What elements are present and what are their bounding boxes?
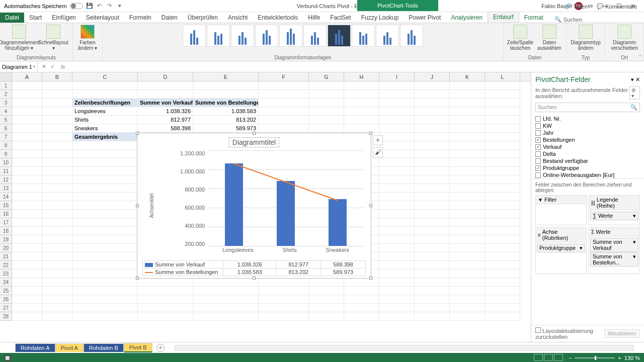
- search-icon: 🔍: [630, 104, 637, 111]
- field-checkbox[interactable]: Bestand verfügbar: [535, 157, 640, 164]
- tab-factset[interactable]: FactSet: [325, 13, 356, 23]
- pane-title: PivotChart-Felder: [535, 75, 591, 83]
- tab-hilfe[interactable]: Hilfe: [303, 13, 325, 23]
- pane-options-icon[interactable]: ▾: [631, 76, 634, 82]
- tab-entwicklertools[interactable]: Entwicklertools: [253, 13, 303, 23]
- pane-close-icon[interactable]: ✕: [635, 76, 640, 82]
- tab-daten[interactable]: Daten: [156, 13, 183, 23]
- redo-icon[interactable]: ↷: [106, 3, 113, 10]
- document-title: Verbund-Charts Pivot - Excel: [123, 3, 542, 9]
- y-axis-labels: 1.200.0001.000.000800.000600.000400.0002…: [179, 150, 205, 247]
- share-button[interactable]: 🔗 Teilen: [562, 2, 590, 11]
- tab-analysieren[interactable]: Analysieren: [446, 13, 488, 23]
- sheet-tab-active[interactable]: Pivot B: [124, 343, 152, 352]
- change-colors-button[interactable]: Farben ändern ▾: [77, 25, 98, 51]
- chart-title[interactable]: Diagrammtitel: [229, 137, 279, 147]
- field-checkbox[interactable]: Produktgruppe: [535, 164, 640, 171]
- worksheet[interactable]: A B C D E F G H I J K L 123Zeilenbeschri…: [0, 72, 531, 342]
- axis-area[interactable]: ≡ Achse (Rubriken) Produktgruppe▾: [535, 227, 587, 274]
- sheet-tab[interactable]: Pivot A: [55, 343, 84, 352]
- formula-bar-row: Diagramm 1▾ ✕✓ fx: [0, 61, 644, 72]
- autosave-label: Automatisches Speichern: [4, 3, 67, 9]
- tell-me-search[interactable]: 🔍 Suchen: [554, 16, 582, 23]
- view-switcher[interactable]: [533, 354, 564, 362]
- horizontal-scrollbar[interactable]: [175, 345, 634, 351]
- save-icon[interactable]: 💾: [86, 3, 93, 10]
- axis-chip: Produktgruppe▾: [537, 244, 585, 252]
- line-series: [208, 150, 364, 249]
- tab-entwurf[interactable]: Entwurf: [488, 12, 519, 23]
- collapse-ribbon-icon[interactable]: ⌃: [638, 54, 642, 60]
- update-button[interactable]: Aktualisieren: [604, 329, 640, 338]
- title-bar: Automatisches Speichern 💾 ↶ ↷ ▾ Verbund-…: [0, 0, 644, 12]
- ribbon-tabs: Datei Start Einfügen Seitenlayout Formel…: [0, 12, 644, 23]
- pivotchart-fields-pane: PivotChart-Felder ▾ ✕ In den Bericht auf…: [531, 72, 644, 342]
- tab-format[interactable]: Format: [519, 13, 548, 23]
- tab-fuzzy[interactable]: Fuzzy Lookup: [356, 13, 404, 23]
- name-box[interactable]: Diagramm 1▾: [0, 61, 38, 72]
- legend-chip: ∑ Werte▾: [590, 212, 638, 220]
- values-area[interactable]: Σ Werte Summe von Verkauf▾Summe von Best…: [589, 227, 640, 274]
- autosave-toggle[interactable]: [70, 3, 83, 9]
- field-checkbox[interactable]: Online-Werbeausgaben [Eur]: [535, 171, 640, 178]
- select-all-corner[interactable]: [0, 72, 12, 81]
- sheet-tab[interactable]: Rohdaten A: [15, 343, 55, 352]
- chart-elements-button[interactable]: +: [373, 135, 383, 145]
- field-checkbox[interactable]: Delta: [535, 150, 640, 157]
- pivot-chart[interactable]: Diagrammtitel Achsentitel 1.200.0001.000…: [137, 133, 371, 279]
- tab-datei[interactable]: Datei: [0, 13, 24, 23]
- undo-icon[interactable]: ↶: [96, 3, 103, 10]
- filter-area[interactable]: ▼ Filter: [535, 195, 587, 225]
- qat-more-icon[interactable]: ▾: [116, 3, 123, 10]
- defer-layout-checkbox[interactable]: Layoutaktualisierung zurückstellen: [535, 327, 604, 340]
- quick-layout-button[interactable]: Schnelllayout ▾: [38, 25, 68, 51]
- field-checkbox[interactable]: Verkauf: [535, 143, 640, 150]
- plot-area[interactable]: [208, 150, 364, 246]
- tab-ueberpruefen[interactable]: Überprüfen: [183, 13, 223, 23]
- select-data-button[interactable]: Daten auswählen: [537, 25, 562, 51]
- move-chart-button[interactable]: Diagramm verschieben: [609, 25, 639, 51]
- comments-button[interactable]: 💬 Kommentare: [595, 2, 639, 11]
- column-headers: A B C D E F G H I J K L: [0, 72, 531, 81]
- x-axis-labels: LongsleevesShirtsSneakers: [208, 247, 364, 253]
- contextual-tab-label: PivotChart-Tools: [357, 0, 438, 11]
- legend-area[interactable]: ||| Legende (Reihe) ∑ Werte▾: [589, 195, 640, 225]
- sheet-tab-bar: Rohdaten A Pivot A Rohdaten B Pivot B +: [0, 342, 644, 353]
- enter-formula-icon[interactable]: ✓: [50, 63, 55, 70]
- new-sheet-button[interactable]: +: [156, 344, 165, 352]
- gear-icon[interactable]: ⚙ ▾: [629, 86, 640, 100]
- field-checkbox[interactable]: KW: [535, 122, 640, 129]
- zoom-control[interactable]: − + 130 %: [569, 355, 640, 361]
- add-chart-element-button[interactable]: Diagrammelement hinzufügen ▾: [4, 25, 34, 51]
- data-table-legend: Summe von Verkauf1.038.326812.977588.398…: [142, 260, 366, 276]
- tab-einfuegen[interactable]: Einfügen: [47, 13, 80, 23]
- field-checkbox[interactable]: Lfd. Nr.: [535, 115, 640, 122]
- cancel-formula-icon[interactable]: ✕: [42, 63, 46, 70]
- field-checkbox[interactable]: Bestellungen: [535, 136, 640, 143]
- chart-styles-button[interactable]: 🖌: [373, 147, 383, 157]
- tab-start[interactable]: Start: [24, 13, 47, 23]
- tab-formeln[interactable]: Formeln: [124, 13, 156, 23]
- field-checkbox[interactable]: Jahr: [535, 129, 640, 136]
- status-ready: 🔲: [4, 355, 11, 361]
- field-search-input[interactable]: Suchen🔍: [535, 103, 640, 112]
- chart-styles-gallery[interactable]: [183, 25, 423, 47]
- tab-ansicht[interactable]: Ansicht: [223, 13, 253, 23]
- ribbon: Diagrammelement hinzufügen ▾ Schnelllayo…: [0, 23, 644, 61]
- tab-seitenlayout[interactable]: Seitenlayout: [81, 13, 124, 23]
- switch-row-col-button[interactable]: Zeile/Spalte tauschen: [508, 25, 533, 51]
- y-axis-title[interactable]: Achsentitel: [149, 194, 154, 218]
- tab-powerpivot[interactable]: Power Pivot: [404, 13, 446, 23]
- change-chart-type-button[interactable]: Diagrammtyp ändern: [571, 25, 601, 51]
- fx-icon[interactable]: fx: [59, 64, 65, 70]
- sheet-tab[interactable]: Rohdaten B: [84, 343, 124, 352]
- status-bar: 🔲 − + 130 %: [0, 353, 644, 362]
